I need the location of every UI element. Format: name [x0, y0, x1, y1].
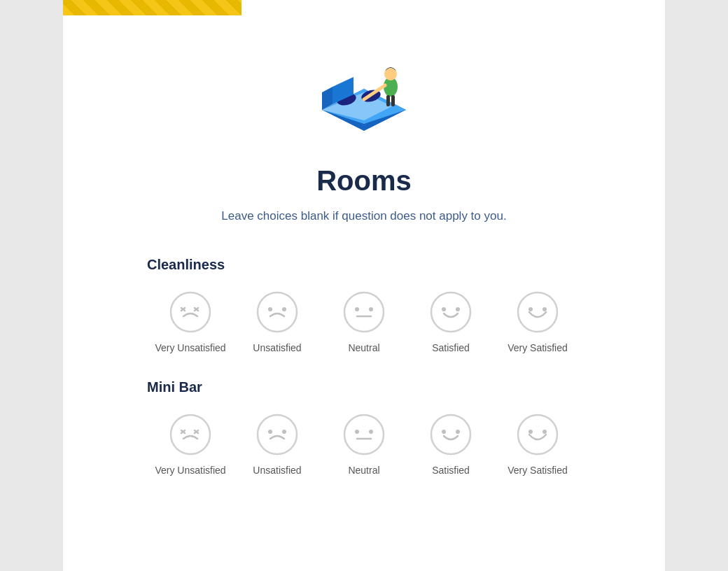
section-cleanliness: Cleanliness Very Unsatisfied Unsatisfied	[147, 257, 581, 354]
svg-point-16	[258, 292, 297, 332]
svg-point-43	[456, 430, 460, 434]
svg-point-21	[369, 307, 373, 311]
sections-container: Cleanliness Very Unsatisfied Unsatisfied	[147, 257, 581, 477]
svg-point-27	[528, 307, 533, 311]
rating-label-mini-bar-satisfied: Satisfied	[432, 464, 470, 477]
svg-point-37	[344, 415, 384, 454]
svg-point-44	[518, 415, 557, 454]
svg-point-38	[355, 430, 359, 434]
rating-option-cleanliness-very-satisfied[interactable]: Very Satisfied	[494, 290, 581, 354]
rating-option-mini-bar-very-satisfied[interactable]: Very Satisfied	[494, 412, 581, 477]
hero-illustration	[147, 43, 581, 148]
svg-point-39	[369, 430, 373, 434]
page-wrapper: Rooms Leave choices blank if question do…	[63, 0, 665, 571]
rating-option-mini-bar-neutral[interactable]: Neutral	[321, 412, 407, 477]
svg-point-17	[268, 307, 272, 311]
svg-point-34	[258, 415, 297, 454]
svg-point-19	[344, 292, 384, 332]
rating-option-cleanliness-very-unsatisfied[interactable]: Very Unsatisfied	[147, 290, 234, 354]
rating-option-cleanliness-satisfied[interactable]: Satisfied	[407, 290, 494, 354]
rating-option-mini-bar-unsatisfied[interactable]: Unsatisfied	[234, 412, 321, 477]
rating-row-cleanliness: Very Unsatisfied Unsatisfied Neutral Sat…	[147, 290, 581, 354]
svg-rect-9	[386, 95, 390, 106]
rating-label-mini-bar-unsatisfied: Unsatisfied	[253, 464, 301, 477]
svg-point-45	[528, 430, 533, 434]
rating-label-mini-bar-very-satisfied: Very Satisfied	[507, 464, 568, 477]
rating-label-mini-bar-neutral: Neutral	[348, 464, 379, 477]
section-label-cleanliness: Cleanliness	[147, 257, 581, 273]
rating-option-cleanliness-unsatisfied[interactable]: Unsatisfied	[234, 290, 321, 354]
section-label-mini-bar: Mini Bar	[147, 379, 581, 395]
rating-option-cleanliness-neutral[interactable]: Neutral	[321, 290, 407, 354]
svg-point-28	[542, 307, 547, 311]
svg-point-26	[518, 292, 557, 332]
rating-label-cleanliness-very-unsatisfied: Very Unsatisfied	[155, 341, 225, 354]
page-title: Rooms	[147, 165, 581, 197]
page-subtitle: Leave choices blank if question does not…	[147, 209, 581, 223]
svg-point-29	[171, 415, 210, 454]
rating-row-mini-bar: Very Unsatisfied Unsatisfied Neutral Sat…	[147, 412, 581, 477]
rating-label-mini-bar-very-unsatisfied: Very Unsatisfied	[155, 464, 225, 477]
main-content: Rooms Leave choices blank if question do…	[63, 15, 665, 530]
svg-rect-10	[391, 95, 395, 106]
bed-svg	[308, 43, 420, 148]
rating-label-cleanliness-satisfied: Satisfied	[432, 341, 470, 354]
svg-point-42	[442, 430, 446, 434]
svg-point-35	[268, 430, 272, 434]
top-bar-decoration	[63, 0, 241, 15]
rating-label-cleanliness-unsatisfied: Unsatisfied	[253, 341, 301, 354]
svg-point-46	[542, 430, 547, 434]
section-mini-bar: Mini Bar Very Unsatisfied Unsatisfied	[147, 379, 581, 477]
rating-option-mini-bar-satisfied[interactable]: Satisfied	[407, 412, 494, 477]
svg-point-23	[431, 292, 470, 332]
svg-point-41	[431, 415, 470, 454]
svg-point-36	[282, 430, 286, 434]
svg-point-18	[282, 307, 286, 311]
svg-point-25	[456, 307, 460, 311]
rating-label-cleanliness-neutral: Neutral	[348, 341, 379, 354]
svg-point-11	[171, 292, 210, 332]
svg-point-24	[442, 307, 446, 311]
rating-option-mini-bar-very-unsatisfied[interactable]: Very Unsatisfied	[147, 412, 234, 477]
rating-label-cleanliness-very-satisfied: Very Satisfied	[507, 341, 568, 354]
svg-point-20	[355, 307, 359, 311]
